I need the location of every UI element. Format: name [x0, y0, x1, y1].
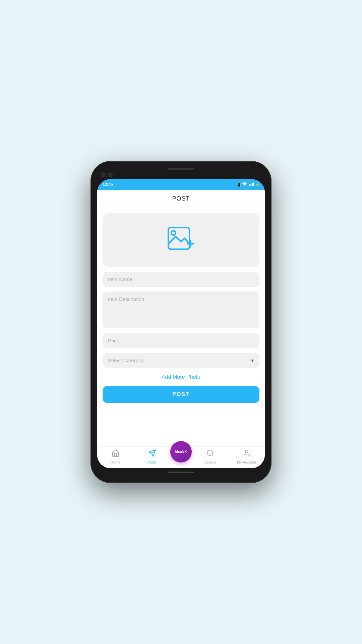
form-container: Select Category Electronics Clothing Fur…: [97, 208, 265, 408]
price-input[interactable]: [103, 333, 259, 348]
svg-point-0: [244, 185, 245, 186]
post-button[interactable]: POST: [103, 386, 259, 403]
status-bar: 12:45 📳: [97, 179, 265, 190]
camera-dot-1: [101, 172, 105, 177]
phone-screen: 12:45 📳: [97, 179, 265, 468]
svg-rect-5: [168, 227, 189, 249]
post-icon: [148, 449, 156, 459]
category-select[interactable]: Select Category Electronics Clothing Fur…: [103, 353, 259, 368]
nav-item-search[interactable]: Search: [192, 449, 228, 464]
camera-dot-2: [108, 172, 113, 177]
home-indicator: [168, 472, 194, 473]
account-icon: [243, 449, 251, 459]
add-more-photo-button[interactable]: Add More Photo: [103, 373, 259, 381]
bottom-nav: Home Post MsaleX: [97, 446, 265, 468]
status-icons: 📳 ⚡: [237, 182, 259, 187]
search-icon: [206, 449, 214, 459]
photo-upload-area[interactable]: [103, 213, 259, 267]
svg-rect-2: [250, 184, 251, 186]
item-name-input[interactable]: [103, 272, 259, 287]
vibrate-icon: 📳: [237, 183, 241, 186]
msalex-center-button[interactable]: MsaleX: [170, 441, 192, 463]
phone-camera-area: [97, 172, 265, 177]
search-label: Search: [204, 460, 216, 464]
page-title: POST: [172, 195, 190, 202]
app-header: POST: [97, 190, 265, 208]
phone-speaker: [168, 168, 194, 170]
app-content: POST: [97, 190, 265, 446]
home-icon: [112, 449, 120, 459]
nav-item-post[interactable]: Post: [134, 449, 170, 464]
home-label: Home: [111, 460, 120, 464]
status-time: 12:45: [103, 182, 113, 187]
add-photo-icon: [166, 225, 196, 255]
post-label: Post: [148, 460, 156, 464]
item-description-input[interactable]: [103, 291, 259, 328]
category-select-wrapper: Select Category Electronics Clothing Fur…: [103, 353, 259, 368]
svg-rect-4: [253, 182, 254, 186]
svg-point-13: [245, 450, 248, 453]
svg-line-12: [212, 455, 213, 456]
nav-item-home[interactable]: Home: [97, 449, 134, 464]
msalex-label: MsaleX: [175, 450, 187, 453]
battery-icon: ⚡: [255, 183, 259, 186]
account-label: My Account: [237, 460, 256, 464]
nav-item-account[interactable]: My Account: [228, 449, 265, 464]
svg-rect-3: [252, 183, 253, 186]
signal-icon: [249, 182, 254, 187]
wifi-icon: [242, 182, 247, 187]
phone-frame: 12:45 📳: [90, 161, 272, 483]
phone-notch: [97, 168, 265, 170]
svg-point-6: [171, 231, 176, 235]
phone-bottom: [97, 468, 265, 476]
svg-rect-1: [249, 184, 250, 186]
